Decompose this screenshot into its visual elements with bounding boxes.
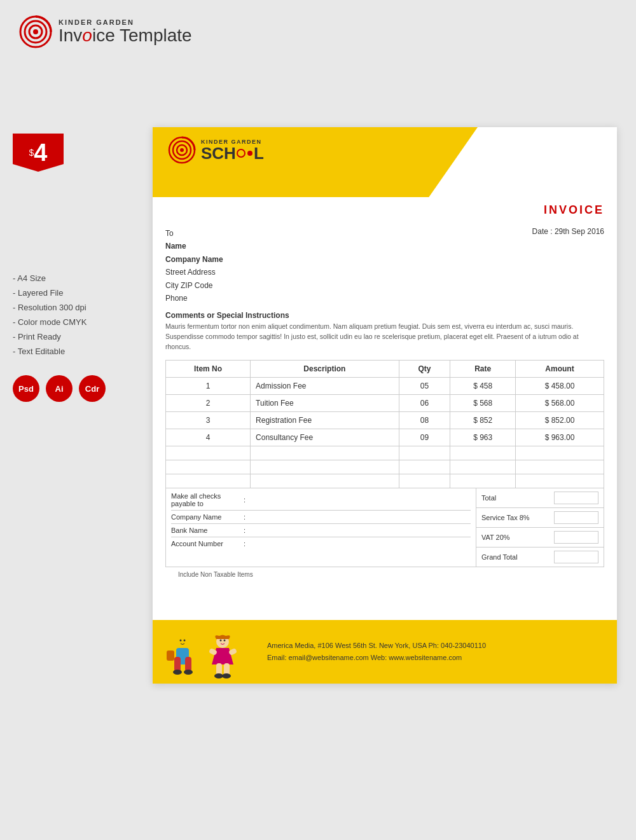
feature-item: - A4 Size — [13, 273, 146, 283]
circle-o-icon — [237, 149, 245, 158]
cell-amount: $ 852.00 — [515, 411, 604, 429]
cell-amount: $ 963.00 — [515, 429, 604, 446]
cell-rate: $ 568 — [450, 394, 516, 411]
payable-row: Make all checks payable to : — [171, 492, 471, 511]
cell-rate: $ 963 — [450, 429, 516, 446]
table-row: 3 Registration Fee 08 $ 852 $ 852.00 — [166, 411, 604, 429]
service-tax-label: Service Tax 8% — [481, 514, 530, 521]
grand-total-row: Grand Total — [476, 547, 604, 567]
to-phone: Phone — [165, 292, 223, 305]
svg-point-3 — [33, 29, 38, 34]
footer-address: America Media, #106 West 56th St. New Yo… — [267, 640, 486, 652]
table-row: 2 Tuition Fee 06 $ 568 $ 568.00 — [166, 394, 604, 411]
svg-point-12 — [173, 670, 182, 675]
format-psd: Psd — [13, 375, 39, 402]
comments-text: Mauris fermentum tortor non enim aliquet… — [165, 322, 604, 352]
svg-point-22 — [214, 673, 223, 678]
feature-list: - A4 Size - Layered File - Resolution 30… — [13, 273, 146, 356]
table-row: 4 Consultancy Fee 09 $ 963 $ 963.00 — [166, 429, 604, 446]
invoice-title: INVOICE — [544, 203, 604, 216]
invoice-body: To Name Company Name Street Address City… — [153, 219, 617, 582]
svg-point-23 — [222, 673, 231, 678]
logo-title: Invoice Template — [59, 26, 192, 46]
svg-point-7 — [180, 148, 184, 152]
cell-desc: Consultancy Fee — [251, 429, 399, 446]
feature-item: - Text Editable — [13, 347, 146, 356]
invoice-footer: America Media, #106 West 56th St. New Yo… — [153, 620, 617, 684]
feature-item: - Resolution 300 dpi — [13, 303, 146, 312]
invoice-payable: Make all checks payable to : Company Nam… — [166, 488, 476, 567]
svg-point-16 — [180, 639, 182, 641]
col-header-qty: Qty — [399, 360, 450, 377]
cell-desc: Tuition Fee — [251, 394, 399, 411]
dot-o-icon — [247, 151, 252, 156]
table-row-empty — [166, 460, 604, 474]
cell-qty: 09 — [399, 429, 450, 446]
table-row: 1 Admission Fee 05 $ 458 $ 458.00 — [166, 377, 604, 394]
payable-company-row: Company Name : — [171, 513, 471, 524]
svg-point-27 — [224, 639, 226, 641]
invoice-preview: KINDER GARDEN SCHL INVOICE To Name Compa… — [153, 127, 617, 684]
cell-qty: 08 — [399, 411, 450, 429]
payable-company: Company Name — [171, 513, 241, 521]
invoice-to-date: To Name Company Name Street Address City… — [165, 227, 604, 305]
cell-amount: $ 568.00 — [515, 394, 604, 411]
feature-item: - Print Ready — [13, 332, 146, 341]
cell-rate: $ 852 — [450, 411, 516, 429]
invoice-spiral-icon — [168, 136, 196, 164]
svg-rect-18 — [167, 651, 174, 661]
footer-email: Email: email@websitename.com Web: www.we… — [267, 652, 486, 664]
cell-qty: 06 — [399, 394, 450, 411]
cell-qty: 05 — [399, 377, 450, 394]
left-sidebar: - A4 Size - Layered File - Resolution 30… — [13, 273, 146, 402]
payable-account-row: Account Number : — [171, 540, 471, 547]
invoice-date: Date : 29th Sep 2016 — [532, 227, 604, 305]
cell-item: 4 — [166, 429, 251, 446]
svg-point-17 — [184, 639, 186, 641]
grand-total-label: Grand Total — [481, 553, 518, 561]
footer-contact: America Media, #106 West 56th St. New Yo… — [267, 640, 486, 663]
cell-desc: Admission Fee — [251, 377, 399, 394]
logo-accent: o — [82, 25, 92, 45]
cell-item: 3 — [166, 411, 251, 429]
price-badge: $ 4 — [13, 134, 64, 172]
footer-kids — [165, 633, 240, 684]
payable-bank-row: Bank Name : — [171, 527, 471, 537]
svg-point-8 — [176, 635, 189, 648]
invoice-title-bar: INVOICE — [153, 197, 617, 219]
top-header: KINDER GARDEN Invoice Template — [0, 0, 636, 59]
feature-item: - Layered File — [13, 288, 146, 298]
cell-amount: $ 458.00 — [515, 377, 604, 394]
to-name: Name — [165, 240, 223, 252]
payable-main-label: Make all checks payable to — [171, 492, 241, 507]
invoice-table: Item No Description Qty Rate Amount 1 Ad… — [165, 360, 604, 488]
vat-label: VAT 20% — [481, 534, 510, 541]
spiral-logo-icon — [19, 15, 52, 48]
invoice-totals-right: Total Service Tax 8% VAT 20% Grand Total — [476, 488, 604, 567]
kid-girl-icon — [205, 633, 240, 684]
total-value — [554, 492, 598, 504]
invoice-to-block: To Name Company Name Street Address City… — [165, 227, 223, 305]
price-amount: 4 — [34, 141, 47, 165]
logo-brand: KINDER GARDEN — [59, 18, 192, 26]
currency-symbol: $ — [29, 148, 34, 157]
svg-rect-15 — [189, 648, 198, 656]
logo-text: KINDER GARDEN Invoice Template — [59, 18, 192, 46]
total-label: Total — [481, 494, 496, 502]
format-badges: Psd Ai Cdr — [13, 375, 146, 402]
col-header-rate: Rate — [450, 360, 516, 377]
col-header-desc: Description — [251, 360, 399, 377]
inv-school-name: SCHL — [201, 145, 264, 162]
comments-title: Comments or Special Instructions — [165, 311, 604, 320]
invoice-logo: KINDER GARDEN SCHL — [168, 136, 264, 164]
invoice-totals-area: Make all checks payable to : Company Nam… — [165, 488, 604, 567]
feature-item: - Color mode CMYK — [13, 317, 146, 327]
col-header-amount: Amount — [515, 360, 604, 377]
cell-item: 2 — [166, 394, 251, 411]
payable-account: Account Number — [171, 540, 241, 547]
vat-row: VAT 20% — [476, 528, 604, 547]
svg-point-13 — [184, 670, 193, 675]
table-row-empty — [166, 474, 604, 488]
invoice-logo-text: KINDER GARDEN SCHL — [201, 139, 264, 162]
service-tax-value — [554, 511, 598, 524]
